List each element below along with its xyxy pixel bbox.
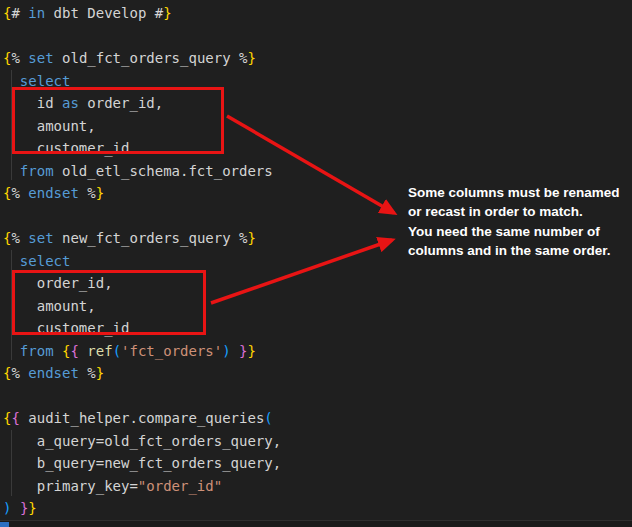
code-token: } <box>248 343 256 359</box>
code-token <box>231 343 239 359</box>
code-token <box>54 343 62 359</box>
code-token: ) <box>222 343 230 359</box>
code-token: # <box>155 5 163 21</box>
code-token: } <box>28 500 36 516</box>
code-token: set <box>28 230 53 246</box>
code-token: ( <box>113 343 121 359</box>
code-token: ref <box>87 343 112 359</box>
code-token: } <box>247 50 255 66</box>
code-token: endset <box>28 185 79 201</box>
code-line: select <box>3 250 281 273</box>
code-token: % <box>11 230 19 246</box>
code-token: "order_id" <box>138 478 222 494</box>
code-line: {% set old_fct_orders_query %} <box>3 47 281 70</box>
code-token: old_etl_schema.fct_orders <box>54 163 273 179</box>
code-token: audit_helper.compare_queries <box>20 410 264 426</box>
code-line: primary_key="order_id" <box>3 475 281 498</box>
code-token: set <box>28 50 53 66</box>
code-token: % <box>87 185 95 201</box>
code-token: } <box>96 185 104 201</box>
code-token: a_query=old_fct_orders_query, <box>3 433 281 449</box>
code-token: from <box>20 343 54 359</box>
horizontal-scrollbar-track[interactable] <box>0 520 632 527</box>
code-line: {# in dbt Develop #} <box>3 2 281 25</box>
code-token <box>3 253 20 269</box>
code-token: } <box>96 365 104 381</box>
code-line: ) }} <box>3 497 281 520</box>
annotation-note: Some columns must be renamed or recast i… <box>408 183 622 260</box>
annotation-paragraph-2: You need the same number of columns and … <box>408 222 622 261</box>
code-line: from {{ ref('fct_orders') }} <box>3 340 281 363</box>
code-token: 'fct_orders' <box>121 343 222 359</box>
code-token: } <box>239 343 247 359</box>
annotation-paragraph-1: Some columns must be renamed or recast i… <box>408 183 622 222</box>
code-token: { <box>70 343 78 359</box>
code-token: primary_key= <box>3 478 138 494</box>
code-line: {% set new_fct_orders_query %} <box>3 227 281 250</box>
code-line: a_query=old_fct_orders_query, <box>3 430 281 453</box>
code-line <box>3 205 281 228</box>
code-token <box>3 343 20 359</box>
scrollbar-fragment[interactable] <box>0 522 9 527</box>
code-line: {% endset %} <box>3 182 281 205</box>
code-token: ( <box>264 410 272 426</box>
code-line: b_query=new_fct_orders_query, <box>3 452 281 475</box>
code-token <box>3 163 20 179</box>
code-token: new_fct_orders_query <box>54 230 239 246</box>
code-token: % <box>87 365 95 381</box>
code-line <box>3 385 281 408</box>
code-token: { <box>11 410 19 426</box>
code-line <box>3 25 281 48</box>
code-token: from <box>20 163 54 179</box>
code-token: endset <box>28 365 79 381</box>
code-token: b_query=new_fct_orders_query, <box>3 455 281 471</box>
code-line: from old_etl_schema.fct_orders <box>3 160 281 183</box>
code-token: } <box>247 230 255 246</box>
code-editor-text[interactable]: {# in dbt Develop #} {% set old_fct_orde… <box>3 2 281 520</box>
code-token: in <box>28 5 45 21</box>
code-token: # <box>11 5 19 21</box>
code-token: % <box>11 185 19 201</box>
code-line: {{ audit_helper.compare_queries( <box>3 407 281 430</box>
code-token: % <box>11 50 19 66</box>
code-line: {% endset %} <box>3 362 281 385</box>
editor-viewport: {# in dbt Develop #} {% set old_fct_orde… <box>0 0 632 527</box>
code-token: % <box>11 365 19 381</box>
highlight-box-new-columns <box>12 270 206 335</box>
code-token: } <box>163 5 171 21</box>
code-token: old_fct_orders_query <box>54 50 239 66</box>
code-token: dbt Develop <box>45 5 155 21</box>
code-token <box>11 500 19 516</box>
highlight-box-old-columns <box>12 87 224 154</box>
code-token: select <box>20 253 71 269</box>
